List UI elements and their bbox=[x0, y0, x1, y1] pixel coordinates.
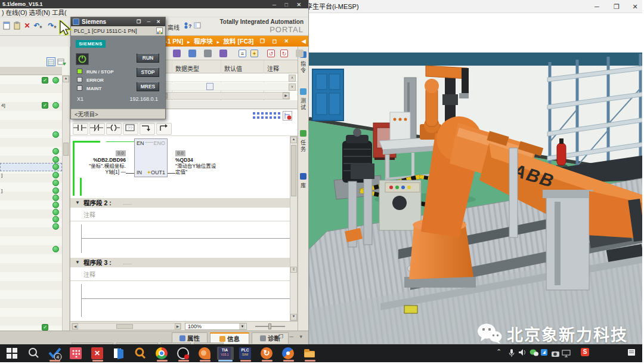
inspector-window-controls[interactable]: ❐ ─ ▾ bbox=[278, 334, 305, 340]
ladder-editor[interactable]: EN ENO IN ✦ OUT1 0.0 %DB2.DBD96 "坐标".模组坐… bbox=[70, 136, 290, 321]
network-2-comment[interactable]: 注释 bbox=[83, 210, 95, 219]
orange-bird-app-icon[interactable] bbox=[198, 347, 211, 360]
col-datatype[interactable]: 数据类型 bbox=[175, 64, 199, 73]
move-block[interactable]: EN ENO IN ✦ OUT1 bbox=[134, 138, 168, 177]
editor-window-controls[interactable]: ─ ❐ ◻ ✕ bbox=[249, 36, 292, 47]
call-env-icon[interactable]: ↺ bbox=[267, 50, 275, 57]
close-branch-icon[interactable] bbox=[156, 123, 172, 135]
new-document-icon[interactable] bbox=[2, 21, 11, 30]
tree-row[interactable]: ] bbox=[0, 171, 62, 180]
call-hierarchy-icon[interactable]: ↻ bbox=[280, 50, 288, 57]
network-3-comment[interactable]: 注释 bbox=[83, 270, 95, 279]
tia-title-bar[interactable]: 5.1\demo_V15.1 ─ □ ✕ bbox=[0, 0, 308, 8]
contact-no-icon[interactable] bbox=[73, 123, 88, 135]
notification-center-icon[interactable] bbox=[627, 348, 640, 362]
tia-portal-taskbar-icon[interactable]: TIAV15.1 bbox=[217, 347, 234, 360]
go-offline-button[interactable]: 离线 bbox=[168, 23, 179, 32]
blue-doc-app-icon[interactable] bbox=[112, 347, 125, 360]
zoom-dropdown-icon[interactable]: ▼ bbox=[239, 323, 246, 329]
compile-icon[interactable] bbox=[188, 50, 196, 57]
table-export-icon[interactable] bbox=[57, 57, 66, 66]
rename-icon[interactable] bbox=[173, 50, 181, 57]
redo-icon[interactable]: ↷± bbox=[48, 21, 57, 30]
col-default[interactable]: 默认值 bbox=[224, 64, 242, 73]
testing-icon[interactable] bbox=[300, 88, 306, 95]
ladder-hscroll[interactable]: ◀ ▶ bbox=[72, 323, 181, 330]
plcsim-taskbar-icon[interactable]: PLCSIM bbox=[239, 347, 252, 360]
tree-row[interactable] bbox=[0, 223, 62, 231]
meeting-app-icon[interactable]: 4 bbox=[48, 347, 61, 360]
twin-minimize-button[interactable]: ─ bbox=[589, 0, 605, 13]
tia-menu-bar[interactable]: ) 在线(O) 选项(N) 工具( bbox=[0, 8, 308, 17]
network-3-header[interactable]: ▼程序段 3 : ...... bbox=[70, 258, 290, 267]
start-button[interactable] bbox=[6, 347, 19, 360]
power-button[interactable] bbox=[76, 53, 89, 65]
window-layout-icon[interactable] bbox=[193, 21, 202, 30]
upload-icon[interactable] bbox=[219, 50, 227, 57]
jump-icon[interactable] bbox=[296, 50, 304, 57]
twin-restore-button[interactable]: ❐ bbox=[609, 0, 624, 13]
siemens-panel-controls[interactable]: ❐ ─ ✕ bbox=[137, 17, 163, 26]
siemens-panel-title-bar[interactable]: Siemens ❐ ─ ✕ bbox=[71, 17, 165, 26]
tab-libraries[interactable]: 库 bbox=[299, 183, 307, 189]
sogou-tray-icon[interactable]: S bbox=[581, 348, 594, 361]
red-grid-app-icon[interactable] bbox=[69, 347, 82, 360]
empty-box-icon[interactable]: ?? bbox=[123, 123, 138, 135]
tree-row[interactable] bbox=[0, 245, 62, 254]
media-player-icon[interactable] bbox=[177, 347, 190, 360]
ladder-scrollbar[interactable]: ▲ ≡ ▼ bbox=[290, 136, 298, 321]
device-chart-icon[interactable] bbox=[156, 27, 163, 34]
siemens-device-row[interactable]: PLC_1 [CPU 1511C-1 PN] bbox=[71, 26, 165, 36]
monitor-on-off-icon[interactable]: ✦ bbox=[250, 50, 258, 57]
twin-close-button[interactable]: ✕ bbox=[627, 0, 643, 13]
delete-icon[interactable]: ✕ bbox=[23, 21, 32, 30]
row-down-icon[interactable]: ∨ bbox=[289, 84, 296, 91]
undo-icon[interactable]: ↶± bbox=[33, 21, 42, 30]
libraries-icon[interactable] bbox=[300, 173, 306, 180]
display-tray-icon[interactable] bbox=[562, 349, 575, 362]
absolute-operands-icon[interactable]: ≡ bbox=[239, 50, 246, 57]
open-branch-icon[interactable] bbox=[140, 123, 155, 135]
taskbar-search-icon[interactable] bbox=[27, 347, 41, 360]
tree-row[interactable] bbox=[0, 147, 62, 156]
input-address[interactable]: %DB2.DBD96 bbox=[85, 157, 126, 163]
col-comment[interactable]: 注释 bbox=[267, 64, 279, 73]
twin-title-bar[interactable]: 孪生平台(i-MESP) ─ ❐ ✕ bbox=[309, 0, 644, 13]
gear-app-icon[interactable] bbox=[281, 347, 295, 360]
run-button[interactable]: RUN bbox=[137, 53, 159, 63]
tia-menu-items[interactable]: ) 在线(O) 选项(N) 工具( bbox=[2, 9, 66, 16]
breadcrumb-program-blocks[interactable]: 程序块 bbox=[194, 38, 213, 45]
output-address[interactable]: %QD34 bbox=[175, 157, 193, 163]
help-icon[interactable]: ? bbox=[183, 21, 192, 30]
tree-scrollbar[interactable]: ▲ bbox=[62, 75, 70, 331]
tree-row[interactable]: 4]✓ bbox=[0, 101, 62, 110]
stop-button[interactable]: STOP bbox=[137, 67, 159, 77]
zoom-slider[interactable] bbox=[255, 326, 285, 327]
network-2-header[interactable]: ▼程序段 2 : ...... bbox=[70, 198, 290, 208]
contact-nc-icon[interactable] bbox=[89, 123, 105, 135]
add-entry-icon[interactable] bbox=[206, 83, 213, 90]
tree-row[interactable] bbox=[0, 179, 62, 187]
tree-view-toggle-icon[interactable] bbox=[47, 57, 55, 66]
collapse-left-icon[interactable]: ◀ bbox=[302, 36, 306, 47]
tree-row[interactable]: ✓ bbox=[0, 76, 62, 85]
tia-window-controls[interactable]: ─ □ ✕ bbox=[273, 1, 305, 9]
download-icon[interactable] bbox=[204, 50, 212, 57]
orange-search-app-icon[interactable] bbox=[134, 347, 147, 360]
coil-icon[interactable] bbox=[106, 123, 122, 135]
breadcrumb[interactable]: -1 PN] ▸ 程序块 ▸ 放料 [FC3] bbox=[165, 36, 253, 48]
network-status-icon[interactable] bbox=[283, 111, 292, 121]
row-up-icon[interactable]: ∧ bbox=[289, 75, 296, 82]
paste-icon[interactable] bbox=[13, 21, 21, 30]
tree-row[interactable] bbox=[0, 163, 62, 171]
zoom-slider-thumb[interactable] bbox=[268, 323, 271, 329]
tab-testing[interactable]: 测试 bbox=[299, 98, 307, 111]
tasks-icon[interactable] bbox=[300, 130, 306, 137]
red-x-app-icon[interactable]: ✕ bbox=[91, 347, 104, 360]
tab-instructions[interactable]: 指令 bbox=[299, 61, 307, 74]
file-explorer-icon[interactable] bbox=[303, 347, 316, 360]
chrome-icon[interactable] bbox=[155, 347, 168, 360]
mres-button[interactable]: MRES bbox=[137, 82, 159, 91]
tab-tasks[interactable]: 任务 bbox=[299, 140, 307, 153]
zoom-select[interactable]: 100% ▼ bbox=[185, 323, 247, 330]
